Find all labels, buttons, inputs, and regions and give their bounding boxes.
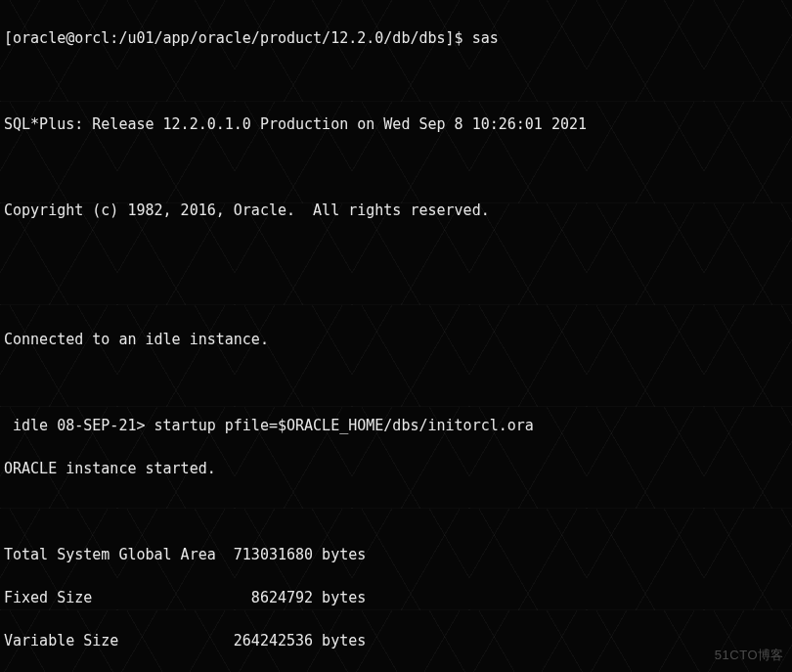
terminal-window[interactable]: [oracle@orcl:/u01/app/oracle/product/12.… — [0, 0, 792, 672]
shell-command: sas — [472, 29, 499, 47]
sqlplus-banner: SQL*Plus: Release 12.2.0.1.0 Production … — [4, 113, 788, 135]
sql-command: startup pfile=$ORACLE_HOME/dbs/initorcl.… — [154, 417, 534, 434]
copyright-line: Copyright (c) 1982, 2016, Oracle. All ri… — [4, 200, 788, 221]
shell-prompt-line: [oracle@orcl:/u01/app/oracle/product/12.… — [4, 27, 788, 49]
blank-line — [4, 70, 788, 92]
blank-line — [4, 286, 788, 307]
blank-line — [4, 243, 788, 264]
sql-prompt-line: idle 08-SEP-21> startup pfile=$ORACLE_HO… — [4, 415, 788, 436]
sga-row: Fixed Size 8624792 bytes — [4, 587, 788, 608]
sql-prompt: idle 08-SEP-21> — [4, 417, 154, 434]
sga-row: Variable Size 264242536 bytes — [4, 630, 788, 651]
blank-line — [4, 501, 788, 522]
shell-prompt: [oracle@orcl:/u01/app/oracle/product/12.… — [4, 29, 472, 47]
instance-started: ORACLE instance started. — [4, 458, 788, 479]
connected-line: Connected to an idle instance. — [4, 329, 788, 350]
blank-line — [4, 372, 788, 393]
sga-row: Total System Global Area 713031680 bytes — [4, 544, 788, 565]
blank-line — [4, 157, 788, 178]
